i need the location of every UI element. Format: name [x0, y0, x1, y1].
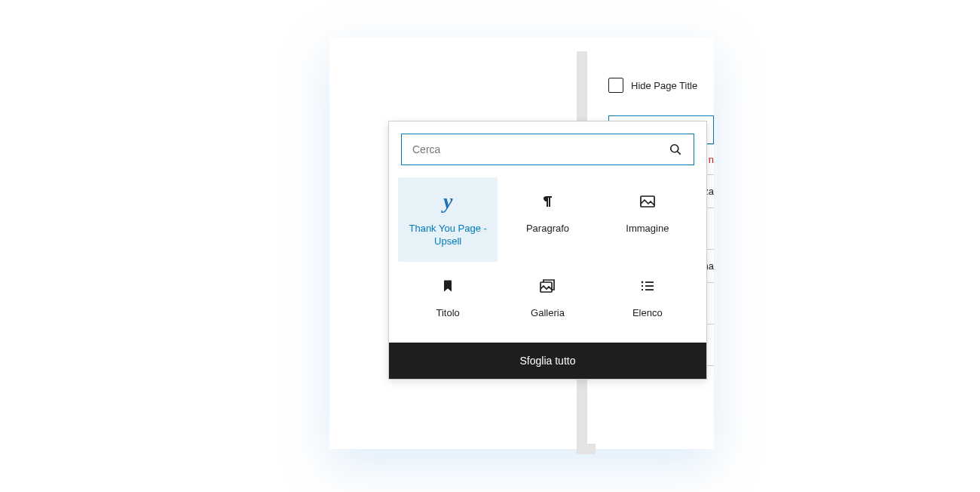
browse-all-button[interactable]: Sfoglia tutto	[389, 343, 706, 379]
block-grid: y Thank You Page - Upsell Paragrafo	[389, 177, 706, 343]
search-wrapper	[389, 121, 706, 177]
bookmark-icon	[440, 275, 455, 297]
list-icon	[639, 275, 657, 297]
block-label: Thank You Page - Upsell	[403, 223, 493, 248]
svg-line-1	[678, 152, 681, 155]
block-gallery[interactable]: Galleria	[498, 262, 597, 334]
block-label: Paragrafo	[526, 223, 569, 235]
editor-gutter-bottom	[577, 444, 596, 454]
block-list[interactable]: Elenco	[598, 262, 697, 334]
gallery-icon	[538, 275, 556, 297]
svg-point-0	[671, 145, 678, 152]
block-image[interactable]: Immagine	[598, 177, 697, 262]
search-box[interactable]	[401, 134, 694, 165]
search-icon	[668, 142, 683, 157]
search-input[interactable]	[412, 143, 668, 155]
block-label: Titolo	[436, 307, 460, 320]
block-label: Galleria	[531, 307, 565, 320]
paragraph-icon	[538, 191, 556, 212]
block-inserter-popover: y Thank You Page - Upsell Paragrafo	[388, 121, 707, 380]
block-paragraph[interactable]: Paragrafo	[498, 177, 597, 262]
block-thank-you-upsell[interactable]: y Thank You Page - Upsell	[398, 177, 498, 262]
browse-all-label: Sfoglia tutto	[520, 355, 576, 367]
svg-point-4	[642, 281, 642, 282]
hide-page-title-checkbox[interactable]	[608, 78, 623, 93]
image-icon	[639, 191, 657, 212]
yith-icon: y	[443, 191, 452, 212]
hide-page-title-row: Hide Page Title	[608, 78, 714, 93]
editor-container: Hide Page Title rti n za na	[329, 38, 714, 449]
hide-page-title-label: Hide Page Title	[631, 80, 697, 91]
block-label: Immagine	[626, 223, 669, 235]
block-heading[interactable]: Titolo	[398, 262, 498, 334]
block-label: Elenco	[632, 307, 663, 320]
